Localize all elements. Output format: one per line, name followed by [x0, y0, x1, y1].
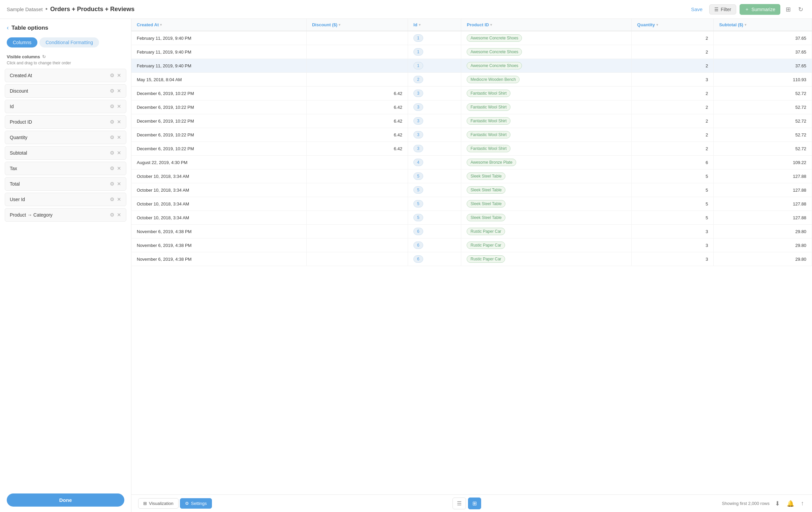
column-header-created_at[interactable]: Created At▾: [132, 19, 307, 31]
column-settings-icon[interactable]: ⚙: [110, 212, 114, 218]
column-remove-icon[interactable]: ✕: [117, 181, 121, 187]
row-count-label: Showing first 2,000 rows: [722, 501, 770, 506]
column-remove-icon[interactable]: ✕: [117, 119, 121, 125]
cell-id: 3: [408, 114, 461, 128]
refresh-small-icon: ↻: [42, 54, 46, 59]
column-item[interactable]: Subtotal ⚙ ✕: [5, 146, 126, 160]
column-settings-icon[interactable]: ⚙: [110, 165, 114, 172]
cell-created-at: December 6, 2019, 10:22 PM: [132, 114, 307, 128]
table-row: October 10, 2018, 3:34 AM5Sleek Steel Ta…: [132, 197, 812, 211]
bottom-right: Showing first 2,000 rows ⬇ 🔔 ↑: [722, 499, 805, 509]
column-item[interactable]: Created At ⚙ ✕: [5, 69, 126, 82]
cell-subtotal: 52.72: [714, 87, 812, 100]
cell-subtotal: 52.72: [714, 142, 812, 156]
table-scroll[interactable]: Created At▾Discount ($)▾Id▾Product ID▾Qu…: [132, 19, 812, 494]
alert-button[interactable]: 🔔: [785, 499, 795, 509]
cell-created-at: February 11, 2019, 9:40 PM: [132, 31, 307, 45]
column-header-quantity[interactable]: Quantity▾: [632, 19, 714, 31]
column-item[interactable]: Discount ⚙ ✕: [5, 84, 126, 98]
column-remove-icon[interactable]: ✕: [117, 72, 121, 79]
cell-discount: [307, 170, 408, 183]
product-badge: Rustic Paper Car: [467, 242, 505, 249]
visualization-button[interactable]: ⊞ Visualization: [138, 498, 179, 509]
cell-created-at: October 10, 2018, 3:34 AM: [132, 197, 307, 211]
cell-quantity: 2: [632, 128, 714, 142]
summarize-button[interactable]: ＋ Summarize: [740, 4, 780, 15]
column-settings-icon[interactable]: ⚙: [110, 150, 114, 156]
column-item-name: Subtotal: [10, 150, 27, 156]
cell-product-id: Sleek Steel Table: [461, 183, 632, 197]
refresh-button[interactable]: ↻: [796, 4, 805, 15]
cell-id: 6: [408, 225, 461, 239]
cell-discount: [307, 73, 408, 87]
cell-id: 3: [408, 100, 461, 114]
cell-created-at: December 6, 2019, 10:22 PM: [132, 87, 307, 100]
column-header-label: Quantity: [637, 22, 655, 27]
column-remove-icon[interactable]: ✕: [117, 197, 121, 203]
product-badge: Fantastic Wool Shirt: [467, 90, 510, 97]
dataset-name: Sample Dataset: [7, 6, 43, 12]
column-settings-icon[interactable]: ⚙: [110, 181, 114, 187]
done-btn-row: Done: [0, 488, 131, 512]
cell-subtotal: 127.88: [714, 197, 812, 211]
tab-columns[interactable]: Columns: [7, 37, 37, 48]
share-button[interactable]: ↑: [800, 499, 805, 508]
product-badge: Fantastic Wool Shirt: [467, 145, 510, 152]
cell-quantity: 3: [632, 239, 714, 252]
save-button[interactable]: Save: [688, 4, 706, 14]
column-remove-icon[interactable]: ✕: [117, 150, 121, 156]
grid-view-button[interactable]: ⊞: [468, 498, 481, 509]
column-remove-icon[interactable]: ✕: [117, 103, 121, 110]
columns-icon-button[interactable]: ⊞: [784, 4, 793, 15]
table-view-button[interactable]: ☰: [453, 498, 466, 509]
column-settings-icon[interactable]: ⚙: [110, 72, 114, 79]
cell-product-id: Awesome Bronze Plate: [461, 156, 632, 170]
id-badge: 3: [413, 117, 423, 125]
column-settings-icon[interactable]: ⚙: [110, 119, 114, 125]
column-settings-icon[interactable]: ⚙: [110, 197, 114, 203]
done-button[interactable]: Done: [7, 493, 124, 507]
column-header-subtotal[interactable]: Subtotal ($)▾: [714, 19, 812, 31]
cell-subtotal: 109.22: [714, 156, 812, 170]
column-remove-icon[interactable]: ✕: [117, 88, 121, 94]
column-header-id[interactable]: Id▾: [408, 19, 461, 31]
settings-icon: ⚙: [185, 501, 189, 506]
table-row: October 10, 2018, 3:34 AM5Sleek Steel Ta…: [132, 211, 812, 225]
table-row: February 11, 2019, 9:40 PM1Awesome Concr…: [132, 45, 812, 59]
column-item[interactable]: Product ID ⚙ ✕: [5, 115, 126, 129]
sort-icon: ▾: [419, 23, 420, 27]
id-badge: 6: [413, 228, 423, 235]
cell-discount: [307, 59, 408, 73]
column-settings-icon[interactable]: ⚙: [110, 103, 114, 110]
column-item[interactable]: User Id ⚙ ✕: [5, 193, 126, 206]
column-header-product_id[interactable]: Product ID▾: [461, 19, 632, 31]
product-badge: Fantastic Wool Shirt: [467, 131, 510, 139]
cell-id: 3: [408, 128, 461, 142]
cell-discount: [307, 183, 408, 197]
filter-button[interactable]: ☰ Filter: [709, 4, 736, 14]
cell-created-at: February 11, 2019, 9:40 PM: [132, 45, 307, 59]
id-badge: 6: [413, 255, 423, 263]
column-settings-icon[interactable]: ⚙: [110, 134, 114, 141]
cell-id: 1: [408, 45, 461, 59]
column-header-discount[interactable]: Discount ($)▾: [307, 19, 408, 31]
column-remove-icon[interactable]: ✕: [117, 165, 121, 172]
column-item[interactable]: Tax ⚙ ✕: [5, 162, 126, 175]
column-item[interactable]: Id ⚙ ✕: [5, 100, 126, 113]
download-button[interactable]: ⬇: [774, 499, 781, 509]
column-item-name: Quantity: [10, 135, 27, 140]
column-item[interactable]: Total ⚙ ✕: [5, 177, 126, 191]
back-arrow-icon[interactable]: ‹: [7, 24, 9, 31]
column-remove-icon[interactable]: ✕: [117, 212, 121, 218]
id-badge: 5: [413, 214, 423, 221]
column-item-name: Id: [10, 104, 14, 109]
settings-button[interactable]: ⚙ Settings: [180, 498, 212, 509]
column-item[interactable]: Quantity ⚙ ✕: [5, 131, 126, 144]
id-badge: 6: [413, 242, 423, 249]
column-remove-icon[interactable]: ✕: [117, 134, 121, 141]
column-item[interactable]: Product → Category ⚙ ✕: [5, 208, 126, 222]
column-settings-icon[interactable]: ⚙: [110, 88, 114, 94]
cell-id: 2: [408, 73, 461, 87]
tab-conditional-formatting[interactable]: Conditional Formatting: [39, 37, 99, 48]
cell-id: 6: [408, 252, 461, 266]
